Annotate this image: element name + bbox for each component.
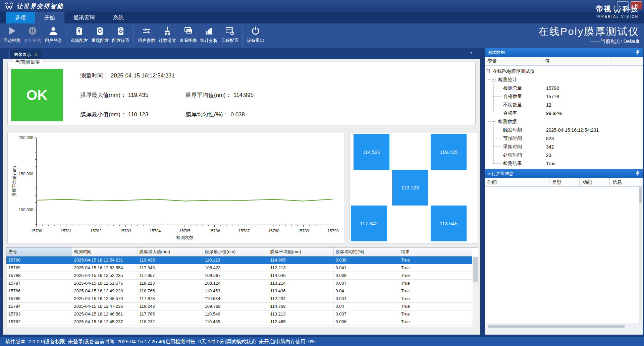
- menu-tab-options[interactable]: 选项: [6, 12, 35, 23]
- tab-close-icon[interactable]: ✕: [35, 52, 38, 57]
- table-row[interactable]: 157822025-04-15 16:12:45:237118.232110.4…: [6, 318, 472, 326]
- tab-overflow-icon[interactable]: ▾: [470, 50, 472, 55]
- table-header[interactable]: 膜厚均匀性(%): [333, 247, 399, 256]
- menu-tab-start[interactable]: 开始: [35, 12, 64, 23]
- tree-value: 823: [546, 136, 554, 141]
- tree-row[interactable]: 检测总量15790: [485, 84, 643, 92]
- error-scrollbar-track[interactable]: [639, 187, 642, 323]
- tree-row[interactable]: 采集时间342: [485, 142, 643, 151]
- error-scrollbar-thumb[interactable]: [639, 187, 642, 203]
- toolbar-separator: [243, 26, 243, 46]
- menu-tab-comms[interactable]: 通讯管理: [64, 12, 104, 23]
- horizontal-scrollbar[interactable]: [485, 323, 643, 330]
- tree-expand-toggle[interactable]: −: [486, 69, 490, 73]
- pin-icon[interactable]: [635, 50, 640, 55]
- pin-icon[interactable]: [635, 171, 640, 176]
- table-cell: 15785: [6, 295, 72, 302]
- tree-row[interactable]: 检测结果True: [485, 159, 643, 168]
- recipe-reload-icon: [94, 25, 106, 37]
- tree-row[interactable]: 合格数量15778: [485, 92, 643, 101]
- tree-row[interactable]: 不良数量12: [485, 101, 643, 109]
- table-cell: 108.423: [203, 264, 268, 272]
- tree-value: 12: [546, 102, 551, 108]
- measure-avg: 膜厚平均值(nm)：114.995: [185, 91, 254, 99]
- table-header[interactable]: 膜厚最大值(nm): [137, 247, 203, 256]
- current-measure-panel: 当前测量值 OK 测量时间：2025-04-15 16:12:54:231 膜厚…: [7, 62, 476, 125]
- user-icon: [48, 25, 59, 37]
- table-row[interactable]: 157832025-04-15 16:12:46:561117.765110.5…: [6, 310, 472, 318]
- table-scrollbar-thumb[interactable]: [473, 257, 478, 282]
- table-cell: 0.041: [333, 264, 399, 272]
- table-row[interactable]: 157882025-04-15 16:12:52:235117.657109.5…: [6, 272, 472, 279]
- horizontal-scrollbar-thumb[interactable]: [488, 325, 625, 328]
- tree-row[interactable]: −在线Poly膜厚测试仪: [485, 67, 643, 75]
- tree-expand-toggle[interactable]: −: [492, 78, 495, 81]
- user-login-button[interactable]: 用户登录: [43, 23, 64, 48]
- device-exit-button[interactable]: 设备退出: [245, 23, 266, 48]
- test-data-header: 变量 值: [485, 57, 643, 66]
- table-cell: 0.037: [333, 279, 399, 287]
- col-function: 功能: [580, 178, 610, 186]
- table-header[interactable]: 膜厚平均值(nm): [268, 247, 333, 256]
- start-detect-button[interactable]: 启动检测: [1, 23, 22, 48]
- slogan-text: 让世界变得智能: [17, 2, 64, 10]
- tree-label: 合格数量: [503, 94, 522, 100]
- tree-label: 检测数据: [498, 119, 517, 125]
- table-cell: 0.036: [333, 318, 399, 326]
- table-cell: 114.546: [268, 272, 333, 279]
- reload-recipe-button[interactable]: 重载配方: [90, 23, 110, 48]
- error-table-body: [485, 187, 643, 323]
- table-cell: 0.039: [333, 272, 399, 279]
- stats-analysis-button[interactable]: 统计分析: [199, 23, 219, 48]
- table-cell: 2025-04-15 16:12:53:554: [72, 264, 137, 272]
- tree-row[interactable]: 处理时间23: [485, 151, 643, 159]
- table-row[interactable]: 157862025-04-15 16:12:49:228118.765110.4…: [6, 287, 472, 295]
- table-header[interactable]: 检测时间: [72, 247, 137, 256]
- tab-image-display[interactable]: 图像显示 ✕: [9, 50, 42, 59]
- table-row[interactable]: 157902025-04-15 16:12:54:231119.435110.1…: [6, 256, 472, 264]
- select-recipe-button[interactable]: 选择配方: [69, 23, 90, 48]
- table-header[interactable]: 结果: [399, 247, 472, 256]
- table-cell: 117.343: [137, 264, 203, 272]
- table-header[interactable]: 膜厚最小值(nm): [203, 247, 268, 256]
- group-label: 当前测量值: [13, 59, 42, 65]
- table-cell: 0.04: [333, 302, 399, 310]
- svg-text:15789: 15789: [298, 229, 309, 233]
- panel-splitter[interactable]: [480, 48, 485, 335]
- table-cell: 110.546: [203, 310, 268, 318]
- toolbar-separator: [66, 26, 66, 46]
- table-cell: 0.04: [333, 287, 399, 295]
- tree-row[interactable]: 触发时刻2025-04-15 16:12:54:231: [485, 126, 643, 134]
- stop-detect-button: 停止检测: [22, 23, 43, 48]
- status-bar: 软件版本: 2.0.0.0|设备权限: 未登录|设备当前时间: 2025-04-…: [0, 337, 644, 346]
- tree-row[interactable]: −检测数据: [485, 117, 643, 126]
- user-params-button[interactable]: 用户参数: [136, 23, 157, 48]
- table-row[interactable]: 157852025-04-15 16:12:48:570117.678110.5…: [6, 295, 472, 302]
- table-row[interactable]: 157842025-04-15 16:12:47:236119.243109.7…: [6, 302, 472, 310]
- table-cell: 15782: [6, 318, 72, 326]
- table-cell: 110.435: [203, 318, 268, 326]
- trend-chart-panel: 100.000150.000200.0001578015781157821578…: [7, 132, 344, 243]
- brand-en: IMPERIAL VISION: [596, 15, 639, 18]
- table-scrollbar[interactable]: [473, 256, 478, 327]
- history-table: 序号检测时间膜厚最大值(nm)膜厚最小值(nm)膜厚平均值(nm)膜厚均匀性(%…: [6, 247, 472, 326]
- table-cell: 15784: [6, 302, 72, 310]
- reset-counter-button[interactable]: 计数清零: [157, 23, 178, 48]
- table-row[interactable]: 157892025-04-15 16:12:53:554117.343108.4…: [6, 264, 472, 272]
- table-cell: 110.534: [203, 295, 268, 302]
- tree-row[interactable]: −检测统计: [485, 75, 643, 84]
- menu-tab-system[interactable]: 系统: [104, 12, 133, 23]
- table-cell: True: [399, 256, 472, 264]
- table-row[interactable]: 157872025-04-15 16:12:51:576118.213108.1…: [6, 279, 472, 287]
- view-images-button[interactable]: 查看图像: [178, 23, 199, 48]
- tree-row[interactable]: 合格率99.92%: [485, 109, 643, 117]
- tree-row[interactable]: 节拍时间823: [485, 134, 643, 142]
- engineering-config-button[interactable]: 工程配置: [219, 23, 240, 48]
- tree-value: 15790: [546, 85, 559, 91]
- tree-expand-toggle[interactable]: −: [492, 120, 495, 123]
- table-header[interactable]: 序号: [6, 247, 72, 256]
- brand-logo: 帝视 科技 IMPERIAL VISION: [596, 4, 639, 18]
- table-cell: 2025-04-15 16:12:45:237: [72, 318, 137, 326]
- recipe-settings-button[interactable]: 配方设置: [110, 23, 131, 48]
- col-info: 信息: [610, 178, 643, 186]
